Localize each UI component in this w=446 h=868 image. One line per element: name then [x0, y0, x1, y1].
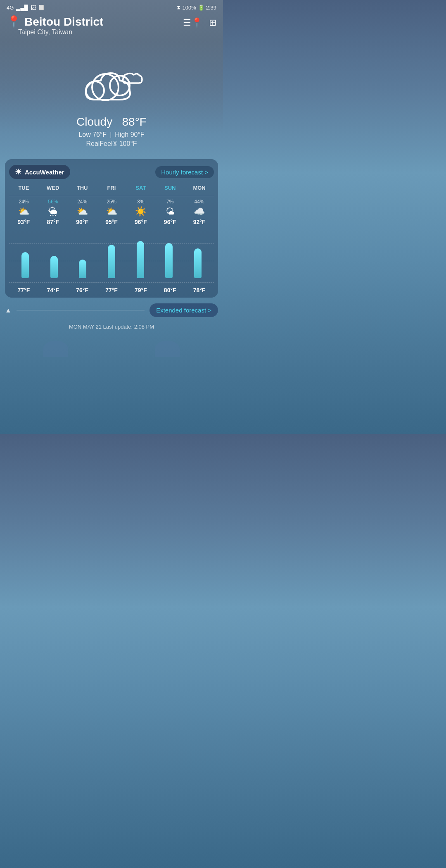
- day-label-wed: WED: [47, 185, 59, 191]
- image-icon: 🖼: [31, 5, 36, 11]
- location-pin-icon: 📍: [7, 15, 21, 29]
- current-temp: 88°F: [122, 115, 147, 128]
- weather-icon-tue: ⛅: [18, 206, 29, 217]
- day-header-col-thu: THU: [68, 185, 97, 193]
- bar-chart-area: [9, 229, 214, 278]
- status-right: ⧗ 100% 🔋 2:39: [177, 4, 216, 11]
- bottom-nav-left[interactable]: [43, 341, 68, 357]
- triangle-icon: ▲: [5, 307, 12, 314]
- high-temp-thu: 90°F: [76, 219, 88, 225]
- bar-col-wed: [40, 229, 69, 278]
- header: 📍 Beitou District Taipei City, Taiwan ☰📍…: [0, 13, 223, 41]
- day-label-thu: THU: [77, 185, 88, 191]
- day-label-sun: SUN: [164, 185, 176, 191]
- bar-col-fri: [97, 229, 126, 278]
- extended-forecast-bar: ▲ Extended forecast >: [5, 302, 218, 319]
- accu-name: AccuWeather: [25, 169, 64, 176]
- day-header-col-sat: SAT: [126, 185, 155, 193]
- low-temp-fri: 77°F: [97, 287, 126, 293]
- low-temp-tue: 77°F: [9, 287, 38, 293]
- day-header-col-fri: FRI: [97, 185, 126, 193]
- precip-tue: 24%: [19, 199, 28, 205]
- bar-sat: [137, 241, 144, 278]
- list-location-icon[interactable]: ☰📍: [183, 17, 202, 28]
- days-header-row: TUEWEDTHUFRISATSUNMON: [9, 185, 214, 193]
- bar-thu: [79, 260, 86, 278]
- weather-icon-sat: ☀️: [135, 206, 146, 217]
- precip-thu: 24%: [77, 199, 87, 205]
- low-temp-thu: 76°F: [68, 287, 97, 293]
- accu-bar: ☀ AccuWeather Hourly forecast >: [9, 165, 214, 179]
- current-weather: Cloudy 88°F Low 76°F | High 90°F RealFee…: [0, 111, 223, 156]
- hourly-forecast-button[interactable]: Hourly forecast >: [155, 166, 214, 178]
- bottom-nav: [0, 336, 223, 357]
- day-header-col-tue: TUE: [9, 185, 38, 193]
- day-detail-col-tue: 24%⛅93°F: [9, 199, 38, 225]
- bottom-nav-right[interactable]: [155, 341, 180, 357]
- high-temp-sun: 96°F: [164, 219, 176, 225]
- forecast-card: ☀ AccuWeather Hourly forecast > TUEWEDTH…: [5, 159, 218, 298]
- battery-icon: 🔋: [198, 5, 204, 11]
- timeline-line: [17, 310, 145, 310]
- day-label-tue: TUE: [18, 185, 29, 191]
- low-temp-label: Low 76°F: [78, 131, 107, 138]
- low-temp-mon: 78°F: [185, 287, 214, 293]
- high-temp-label: High 90°F: [115, 131, 144, 138]
- precip-fri: 25%: [107, 199, 116, 205]
- precip-mon: 44%: [195, 199, 204, 205]
- day-label-sat: SAT: [135, 185, 146, 191]
- low-temp-wed: 74°F: [38, 287, 68, 293]
- day-label-mon: MON: [193, 185, 205, 191]
- high-temp-fri: 95°F: [105, 219, 118, 225]
- low-temp-sun: 80°F: [155, 287, 185, 293]
- precip-sun: 7%: [166, 199, 173, 205]
- day-detail-col-wed: 56%🌦87°F: [38, 199, 68, 225]
- current-temp-row: Cloudy 88°F: [0, 115, 223, 129]
- location-name: Beitou District: [24, 15, 103, 29]
- bar-wed: [50, 256, 58, 278]
- last-update: MON MAY 21 Last update: 2:08 PM: [0, 320, 223, 336]
- low-temp-sat: 79°F: [126, 287, 155, 293]
- cloud-svg-icon: [74, 57, 149, 103]
- battery-pct: 100%: [182, 5, 196, 11]
- day-detail-col-sun: 7%🌤96°F: [155, 199, 185, 225]
- day-header-col-sun: SUN: [155, 185, 185, 193]
- precip-wed: 56%: [48, 199, 58, 205]
- clock: 2:39: [206, 5, 216, 11]
- bar-mon: [194, 248, 202, 278]
- accu-sun-icon: ☀: [15, 167, 21, 176]
- high-temp-mon: 92°F: [193, 219, 206, 225]
- weather-icon-wed: 🌦: [48, 206, 57, 217]
- bar-col-sat: [126, 229, 155, 278]
- extended-forecast-button[interactable]: Extended forecast >: [149, 303, 218, 317]
- separator: |: [110, 131, 112, 138]
- high-temp-sat: 96°F: [135, 219, 147, 225]
- day-detail-col-mon: 44%☁️92°F: [185, 199, 214, 225]
- low-temps-row: 77°F74°F76°F77°F79°F80°F78°F: [9, 282, 214, 293]
- divider-line: [9, 196, 214, 196]
- day-detail-col-thu: 24%⛅90°F: [68, 199, 97, 225]
- weather-icon-sun: 🌤: [166, 206, 175, 217]
- location-info: 📍 Beitou District Taipei City, Taiwan: [7, 15, 103, 36]
- low-high-row: Low 76°F | High 90°F: [0, 131, 223, 138]
- day-detail-col-sat: 3%☀️96°F: [126, 199, 155, 225]
- header-icons: ☰📍 ⊞: [183, 15, 216, 28]
- bar-col-mon: [183, 229, 212, 278]
- grid-icon[interactable]: ⊞: [209, 17, 216, 28]
- location-subtitle: Taipei City, Taiwan: [18, 29, 103, 36]
- high-temp-wed: 87°F: [47, 219, 59, 225]
- signal-text: 4G: [7, 5, 14, 11]
- bar-tue: [21, 252, 29, 278]
- weather-icon-fri: ⛅: [106, 206, 117, 217]
- realfeel-row: RealFeel® 100°F: [0, 140, 223, 148]
- accuweather-logo: ☀ AccuWeather: [9, 165, 70, 179]
- bar-sun: [165, 243, 173, 279]
- status-left: 4G ▂▄█ 🖼 ⬜: [7, 5, 44, 11]
- weather-icon-mon: ☁️: [194, 206, 205, 217]
- day-label-fri: FRI: [107, 185, 116, 191]
- weather-icon-thu: ⛅: [77, 206, 88, 217]
- signal-bars: ▂▄█: [16, 5, 28, 11]
- bar-fri: [108, 245, 115, 278]
- day-header-col-wed: WED: [38, 185, 68, 193]
- weather-icon-area: [0, 41, 223, 111]
